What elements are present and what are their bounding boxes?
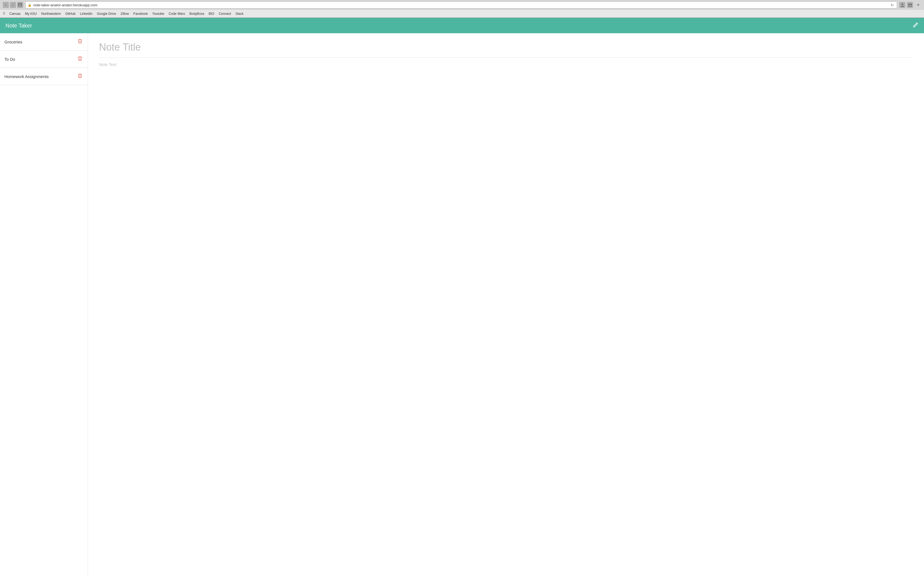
app-header: Note Taker [0,18,924,33]
bookmark-facebook[interactable]: Facebook [132,11,150,16]
bookmark-connect[interactable]: Connect [217,11,233,16]
bookmarks-bar: ⠿ Canvas My ASU Northwestern GitHub Link… [0,10,924,18]
note-divider [99,57,913,58]
note-title-input[interactable] [99,42,913,53]
reload-button[interactable]: ↻ [890,2,895,7]
note-item-groceries[interactable]: Groceries [0,33,88,50]
back-button[interactable]: ‹ [3,2,9,8]
delete-homework-button[interactable] [77,73,83,80]
note-text-input[interactable] [99,62,913,569]
bookmark-github[interactable]: GitHub [63,11,77,16]
fullscreen-button[interactable] [907,2,913,8]
note-title-groceries: Groceries [5,40,22,44]
bookmark-linkedin[interactable]: LinkedIn [78,11,94,16]
action-buttons [899,2,913,8]
lock-icon: 🔒 [28,3,32,7]
note-item-homework[interactable]: Homework Assignments [0,68,88,85]
bookmark-codewars[interactable]: Code Wars [167,11,187,16]
tabs-button[interactable] [17,2,23,8]
forward-button[interactable]: › [10,2,16,8]
sidebar: Groceries To Do Homework Assignments [0,33,88,577]
bookmark-northwestern[interactable]: Northwestern [40,11,62,16]
address-text: note-taker-anator-anator.herokuapp.com [33,3,888,7]
bookmark-myasu[interactable]: My ASU [23,11,39,16]
browser-toolbar: ‹ › 🔒 note-taker-anator-anator.herokuapp… [0,0,924,10]
note-item-todo[interactable]: To Do [0,50,88,68]
bookmark-zillow[interactable]: Zillow [119,11,131,16]
delete-groceries-button[interactable] [77,38,83,45]
bookmark-bio[interactable]: BIO [207,11,216,16]
bookmark-slack[interactable]: Slack [234,11,245,16]
share-button[interactable] [899,2,905,8]
svg-rect-0 [18,3,22,6]
note-title-todo: To Do [5,57,15,61]
bookmark-canvas[interactable]: Canvas [8,11,22,16]
edit-icon[interactable] [913,22,919,29]
browser-chrome: ‹ › 🔒 note-taker-anator-anator.herokuapp… [0,0,924,18]
svg-rect-2 [909,4,912,6]
app-body: Groceries To Do Homework Assignments [0,33,924,577]
note-title-homework: Homework Assignments [5,74,48,79]
bookmark-bodyboss[interactable]: BodyBoss [188,11,206,16]
bookmarks-grid-icon[interactable]: ⠿ [3,11,5,16]
address-bar[interactable]: 🔒 note-taker-anator-anator.herokuapp.com… [25,2,897,8]
note-editor [88,33,924,577]
bookmark-youtube[interactable]: Youtube [151,11,166,16]
bookmark-googledrive[interactable]: Google Drive [95,11,118,16]
app-title: Note Taker [5,23,32,29]
delete-todo-button[interactable] [77,55,83,63]
nav-buttons: ‹ › [3,2,23,8]
new-tab-button[interactable]: + [915,2,921,8]
